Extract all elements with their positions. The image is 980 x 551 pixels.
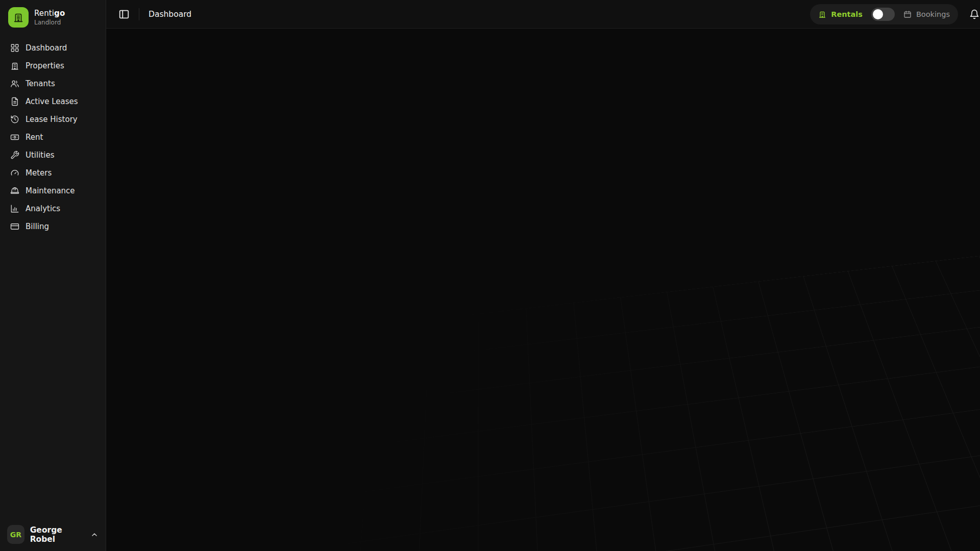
notifications-bell-icon[interactable] bbox=[969, 9, 979, 19]
calendar-icon bbox=[903, 10, 912, 18]
sidebar-item-meters[interactable]: Meters bbox=[4, 165, 102, 181]
sidebar-item-maintenance[interactable]: Maintenance bbox=[4, 183, 102, 198]
user-name: George Robel bbox=[30, 525, 85, 544]
sidebar-item-label: Active Leases bbox=[26, 97, 78, 106]
sidebar-item-label: Meters bbox=[26, 168, 52, 178]
avatar: GR bbox=[7, 525, 24, 544]
sidebar-item-label: Properties bbox=[26, 61, 64, 70]
sidebar-item-label: Maintenance bbox=[26, 186, 75, 195]
gauge-icon bbox=[10, 168, 19, 178]
history-icon bbox=[10, 115, 19, 124]
divider bbox=[139, 8, 139, 20]
sidebar-item-tenants[interactable]: Tenants bbox=[4, 76, 102, 91]
sidebar-item-label: Tenants bbox=[26, 79, 55, 88]
brand: Rentigo Landlord bbox=[0, 0, 106, 33]
file-icon bbox=[10, 97, 19, 106]
sidebar-item-dashboard[interactable]: Dashboard bbox=[4, 40, 102, 56]
building-icon bbox=[10, 61, 19, 70]
brand-logo-icon bbox=[8, 7, 29, 28]
sidebar-item-label: Dashboard bbox=[26, 43, 67, 53]
banknote-icon bbox=[10, 133, 19, 142]
background-grid-decoration bbox=[159, 253, 980, 551]
sidebar-item-analytics[interactable]: Analytics bbox=[4, 201, 102, 216]
sidebar-item-label: Lease History bbox=[26, 115, 78, 124]
brand-name: Rentigo bbox=[34, 9, 65, 18]
user-menu[interactable]: GR George Robel bbox=[0, 519, 106, 551]
building-icon bbox=[818, 10, 826, 18]
topbar: Dashboard Rentals Bookings EN bbox=[106, 0, 980, 29]
sidebar-item-rent[interactable]: Rent bbox=[4, 129, 102, 145]
card-icon bbox=[10, 222, 19, 231]
sidebar-item-label: Analytics bbox=[26, 204, 60, 213]
hardhat-icon bbox=[10, 186, 19, 195]
sidebar-toggle-icon[interactable] bbox=[118, 9, 130, 20]
sidebar-item-label: Billing bbox=[26, 222, 49, 231]
sidebar: Rentigo Landlord DashboardPropertiesTena… bbox=[0, 0, 106, 551]
sidebar-item-label: Rent bbox=[26, 133, 43, 142]
mode-switch: Rentals Bookings bbox=[810, 4, 958, 24]
sidebar-item-active-leases[interactable]: Active Leases bbox=[4, 93, 102, 109]
sidebar-item-billing[interactable]: Billing bbox=[4, 218, 102, 234]
chevron-up-icon bbox=[90, 531, 99, 539]
brand-role: Landlord bbox=[34, 19, 65, 26]
sidebar-item-properties[interactable]: Properties bbox=[4, 58, 102, 73]
wrench-icon bbox=[10, 151, 19, 160]
main-content: Electricity Electricity - kWh #E35351944… bbox=[106, 29, 980, 551]
users-icon bbox=[10, 79, 19, 88]
bookings-label[interactable]: Bookings bbox=[916, 10, 950, 18]
dashboard-icon bbox=[10, 43, 19, 53]
rentals-label[interactable]: Rentals bbox=[831, 10, 863, 18]
sidebar-item-utilities[interactable]: Utilities bbox=[4, 147, 102, 163]
page-breadcrumb: Dashboard bbox=[149, 10, 191, 19]
barchart-icon bbox=[10, 204, 19, 213]
rentals-bookings-toggle[interactable] bbox=[871, 8, 895, 21]
sidebar-item-lease-history[interactable]: Lease History bbox=[4, 111, 102, 127]
sidebar-nav: DashboardPropertiesTenantsActive LeasesL… bbox=[0, 40, 106, 234]
sidebar-item-label: Utilities bbox=[26, 151, 54, 160]
